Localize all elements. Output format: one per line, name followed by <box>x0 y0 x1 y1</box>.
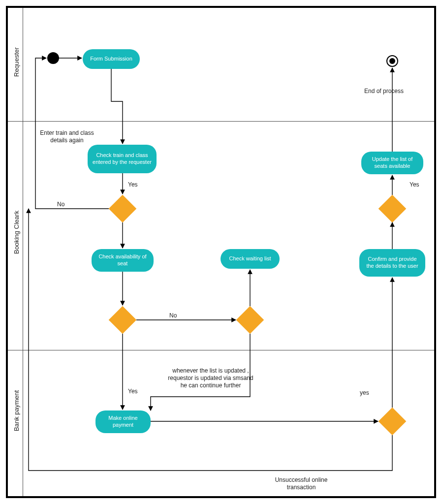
decision-payment <box>379 408 407 436</box>
decision-seat-avail <box>109 306 137 334</box>
decision-train-class <box>109 195 137 223</box>
label-sms-note: whenever the list is updated , requestor… <box>157 367 265 389</box>
label-yes-1: Yes <box>128 181 138 189</box>
activity-check-seat: Check availability of seat <box>92 249 154 272</box>
lane-divider-2 <box>8 350 434 350</box>
decision-update <box>379 195 407 223</box>
activity-make-payment: Make online payment <box>95 410 151 433</box>
start-node <box>47 52 59 64</box>
decision-waiting <box>236 306 264 334</box>
end-node <box>386 55 398 67</box>
label-yes-2: Yes <box>128 388 138 395</box>
diagram-frame: Requester Booking Cleark Bank payment Fo… <box>6 6 436 498</box>
lane-label-requester: Requester <box>13 47 20 77</box>
lane-divider-1 <box>8 121 434 122</box>
label-unsuccessful: Unsuccessful online transaction <box>262 476 341 491</box>
label-yes-3: Yes <box>410 181 419 189</box>
label-yes-4: yes <box>360 389 369 397</box>
label-end-of-process: End of process <box>358 88 410 95</box>
activity-form-submission: Form Submission <box>83 49 140 69</box>
lane-column-divider <box>23 8 23 496</box>
lane-label-booking-cleark: Booking Cleark <box>13 211 20 254</box>
activity-check-waiting: Check waiting list <box>221 249 280 269</box>
label-no-2: No <box>169 312 177 319</box>
lane-label-bank-payment: Bank payment <box>13 390 20 431</box>
activity-update-seats: Update the list of seats available <box>361 152 423 174</box>
activity-check-train-class: Check train and class entered by the req… <box>88 145 157 173</box>
label-no-1: No <box>57 201 64 208</box>
label-enter-again: Enter train and class details again <box>32 129 102 144</box>
activity-confirm-details: Confirm and provide the details to the u… <box>359 249 425 277</box>
